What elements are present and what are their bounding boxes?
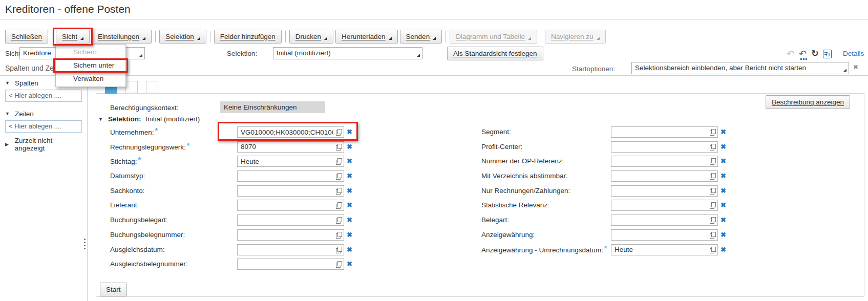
multi-selection-icon[interactable] xyxy=(710,173,716,180)
field-input-lieferant[interactable] xyxy=(238,200,344,210)
field-input-belegart[interactable] xyxy=(611,215,717,225)
multi-selection-icon[interactable] xyxy=(336,129,342,136)
sicht-combobox-value: Kreditore xyxy=(23,49,51,57)
field-label: Unternehmen:* xyxy=(110,125,158,140)
set-default-view-button[interactable]: Als Standardsicht festlegen xyxy=(447,47,543,60)
toolbar-button-drucken[interactable]: Drucken xyxy=(289,30,333,44)
multi-selection-icon[interactable] xyxy=(710,188,716,195)
selection-section-header[interactable]: ▼ Selektion: Initial (modifiziert) xyxy=(98,115,200,123)
drop-area[interactable]: < Hier ablegen .... xyxy=(5,120,82,133)
drop-area[interactable]: < Hier ablegen .... xyxy=(5,90,82,102)
clear-field-icon[interactable]: ✖ xyxy=(347,198,352,213)
menu-item-verwalten[interactable]: Verwalten xyxy=(56,72,125,85)
field-input-sachkonto[interactable] xyxy=(238,186,344,196)
show-description-button[interactable]: Beschreibung anzeigen xyxy=(766,95,850,109)
multi-selection-icon[interactable] xyxy=(336,247,342,253)
selektion-combobox[interactable]: Initial (modifiziert) xyxy=(273,47,422,59)
toolbar-button-felder-hinzuf-gen[interactable]: Felder hinzufügen xyxy=(214,30,282,44)
splitter-grip-icon[interactable] xyxy=(84,239,86,240)
field-input-nummer-der-op-referenz[interactable] xyxy=(611,156,717,166)
clear-field-icon[interactable]: ✖ xyxy=(347,140,352,155)
multi-selection-icon[interactable] xyxy=(710,202,716,209)
field-input-unternehmen[interactable] xyxy=(238,127,344,137)
multi-selection-icon[interactable] xyxy=(710,247,716,253)
toolbar-separator xyxy=(155,31,156,42)
field-row-anzeigew-hrung-umrechnungsdatum: Anzeigewährung - Umrechnungsdatum:* ✖ xyxy=(481,243,737,257)
toolbar-button-einstellungen[interactable]: Einstellungen xyxy=(92,30,152,44)
multi-selection-icon[interactable] xyxy=(336,173,342,180)
toolbar-button-schlie-en[interactable]: Schließen xyxy=(5,30,48,44)
clear-field-icon[interactable]: ✖ xyxy=(721,154,726,169)
field-input-wrap xyxy=(237,170,344,182)
revert-to-saved-icon[interactable]: ↶ xyxy=(799,49,807,59)
details-link[interactable]: Details xyxy=(843,50,864,57)
field-input-datumstyp[interactable] xyxy=(238,171,344,181)
field-input-anzeigew-hrung[interactable] xyxy=(611,230,717,240)
clear-field-icon[interactable]: ✖ xyxy=(721,125,726,140)
undo-icon[interactable]: ↶ xyxy=(787,49,794,59)
clear-field-icon[interactable]: ✖ xyxy=(347,125,352,140)
multi-selection-icon[interactable] xyxy=(336,261,342,268)
field-input-wrap xyxy=(611,244,718,255)
multi-selection-icon[interactable] xyxy=(710,232,716,239)
field-input-anzeigew-hrung-umrechnungsdatum[interactable] xyxy=(611,245,717,255)
sidebar-splitter[interactable] xyxy=(87,75,88,301)
clear-field-icon[interactable]: ✖ xyxy=(721,169,726,184)
startoptions-combobox[interactable]: Selektionsbereich einblenden, aber Beric… xyxy=(631,62,849,74)
sidebar-section-zurzeit-nicht-angezeigt[interactable]: ▶ Zurzeit nicht angezeigt xyxy=(5,139,83,149)
clear-field-icon[interactable]: ✖ xyxy=(347,257,352,272)
sidebar-section-zeilen[interactable]: ▼ Zeilen xyxy=(5,109,83,119)
multi-selection-icon[interactable] xyxy=(710,144,716,150)
multi-selection-icon[interactable] xyxy=(336,158,342,165)
multi-selection-icon[interactable] xyxy=(710,129,716,136)
multi-selection-icon[interactable] xyxy=(710,158,716,165)
multi-selection-icon[interactable] xyxy=(336,232,342,239)
start-button[interactable]: Start xyxy=(100,283,127,296)
field-input-mit-verzeichnis-abstimmbar[interactable] xyxy=(611,171,717,181)
multi-selection-icon[interactable] xyxy=(336,144,342,150)
field-input-rechnungslegungswerk[interactable] xyxy=(238,142,344,152)
clear-field-icon[interactable]: ✖ xyxy=(347,213,352,228)
field-label: Datumstyp: xyxy=(110,169,145,184)
multi-selection-icon[interactable] xyxy=(336,217,342,224)
field-input-profit-center[interactable] xyxy=(611,142,717,152)
field-input-ausgleichsbelegnummer[interactable] xyxy=(238,259,344,269)
toolbar-button-sicht[interactable]: Sicht xyxy=(56,30,90,44)
close-selection-area-icon[interactable]: ✖ xyxy=(853,63,858,71)
toolbar-button-herunterladen[interactable]: Herunterladen xyxy=(335,30,398,44)
field-input-ausgleichsdatum[interactable] xyxy=(238,245,344,255)
main-toolbar: Schließen Sicht Einstellungen Selektion … xyxy=(5,30,608,44)
clear-field-icon[interactable]: ✖ xyxy=(721,243,726,257)
clear-field-icon[interactable]: ✖ xyxy=(347,169,352,184)
clear-field-icon[interactable]: ✖ xyxy=(721,198,726,213)
expand-triangle-icon: ▼ xyxy=(5,111,10,116)
clear-field-icon[interactable]: ✖ xyxy=(721,213,726,228)
refresh-icon[interactable]: ↻ xyxy=(811,49,818,59)
clear-field-icon[interactable]: ✖ xyxy=(347,228,352,243)
details-panel-icon[interactable] xyxy=(823,50,832,58)
selection-fields-right: Segment: ✖ Profit-Center: ✖ Nummer der O… xyxy=(481,125,737,257)
toolbar-button-selektion[interactable]: Selektion xyxy=(159,30,206,44)
clear-field-icon[interactable]: ✖ xyxy=(721,140,726,155)
field-input-stichtag[interactable] xyxy=(238,156,344,166)
sicht-dropdown-menu: Sichern Sichern unter Verwalten xyxy=(55,44,126,87)
field-input-statistische-relevanz[interactable] xyxy=(611,200,717,210)
required-asterisk: * xyxy=(138,156,141,164)
clear-field-icon[interactable]: ✖ xyxy=(721,184,726,199)
field-input-buchungsbelegart[interactable] xyxy=(238,215,344,225)
tab-verwalten[interactable] xyxy=(146,81,158,93)
clear-field-icon[interactable]: ✖ xyxy=(347,184,352,199)
toolbar-button-senden[interactable]: Senden xyxy=(400,30,442,44)
clear-field-icon[interactable]: ✖ xyxy=(347,154,352,169)
field-input-buchungsbelegnummer[interactable] xyxy=(238,230,344,240)
multi-selection-icon[interactable] xyxy=(336,202,342,209)
multi-selection-icon[interactable] xyxy=(336,188,342,195)
field-input-nur-rechnungen-zahlungen[interactable] xyxy=(611,186,717,196)
menu-item-sichern-unter[interactable]: Sichern unter xyxy=(56,59,125,72)
clear-field-icon[interactable]: ✖ xyxy=(721,228,726,243)
multi-selection-icon[interactable] xyxy=(710,217,716,224)
clear-field-icon[interactable]: ✖ xyxy=(347,243,352,257)
field-input-segment[interactable] xyxy=(611,127,717,137)
field-input-wrap xyxy=(237,229,344,241)
tab-filter-bearbeiten xyxy=(125,81,138,93)
